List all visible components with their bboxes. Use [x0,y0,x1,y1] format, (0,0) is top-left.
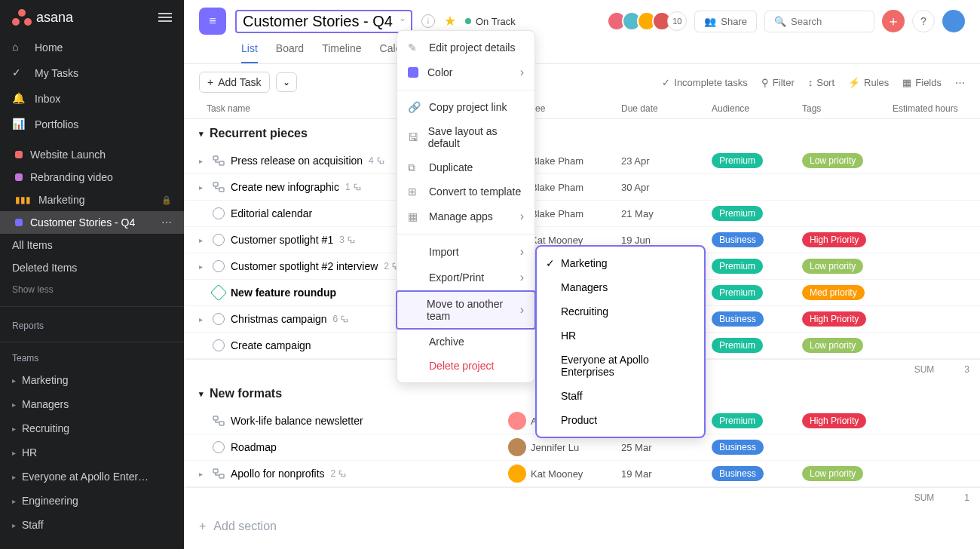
member-avatars[interactable]: 10 [611,11,687,31]
assignee-name: Jennifer Lu [531,442,579,453]
tab-timeline[interactable]: Timeline [322,42,361,63]
submenu-team-item[interactable]: Staff [537,384,704,408]
sidebar-project[interactable]: Customer Stories - Q4⋯ [0,211,184,234]
sidebar-project[interactable]: ▮▮▮Marketing🔒 [0,189,184,211]
audience-pill: Premium [712,413,763,428]
col-tags[interactable]: Tags [795,103,885,114]
task-row[interactable]: ▸Create new infographic1 Blake Pham 30 A… [184,174,980,201]
complete-icon[interactable] [213,260,225,272]
search-box[interactable]: 🔍 [764,11,874,32]
col-due[interactable]: Due date [614,103,704,114]
task-row[interactable]: ▸Roadmap Jennifer Lu 25 Mar Business [184,434,980,461]
tag-pill: Low priority [802,153,863,168]
sidebar-project[interactable]: Rebranding video [0,166,184,189]
sidebar-project[interactable]: Website Launch [0,143,184,166]
complete-icon[interactable] [213,207,225,219]
team-item[interactable]: HR [0,440,184,465]
sort-button[interactable]: ↕ Sort [808,77,835,88]
subtask-icon [213,468,225,480]
info-icon[interactable]: i [421,14,435,28]
search-input[interactable] [791,16,865,27]
nav-mytasks[interactable]: ✓My Tasks [0,60,184,86]
chevron-right-icon[interactable]: ▸ [199,315,207,324]
deleted-items-link[interactable]: Deleted Items [0,256,184,279]
fields-button[interactable]: ▦ Fields [902,77,942,88]
complete-icon[interactable] [213,339,225,351]
tab-list[interactable]: List [241,42,258,63]
more-icon[interactable]: ⋯ [161,216,172,228]
add-task-button[interactable]: +Add Task [199,72,270,93]
menu-manage-apps[interactable]: ▦Manage apps [397,204,534,229]
team-item[interactable]: Engineering [0,489,184,513]
col-audience[interactable]: Audience [704,103,795,114]
app-logo[interactable]: asana [12,9,73,26]
status-pill[interactable]: On Track [465,16,516,27]
share-button[interactable]: 👥Share [694,11,757,32]
more-actions-icon[interactable]: ⋯ [955,77,965,88]
menu-copy-link[interactable]: 🔗Copy project link [397,95,534,119]
section-header[interactable]: Recurrent pieces [184,119,980,148]
nav-home[interactable]: ⌂Home [0,35,184,60]
project-title-dropdown[interactable]: Customer Stories - Q4 [235,10,412,33]
menu-save-layout[interactable]: 🖫Save layout as default [397,119,534,155]
filter-button[interactable]: ⚲ Filter [761,77,795,88]
complete-icon[interactable] [213,313,225,325]
chevron-right-icon[interactable]: ▸ [199,470,207,478]
project-icon[interactable]: ≡ [199,8,226,35]
nav-portfolios[interactable]: 📊Portfolios [0,112,184,137]
task-row[interactable]: ▸Press release on acquisition4 Blake Pha… [184,148,980,174]
show-less-link[interactable]: Show less [0,279,184,300]
incomplete-filter[interactable]: ✓ Incomplete tasks [662,77,748,88]
chevron-right-icon[interactable]: ▸ [199,183,207,192]
all-items-link[interactable]: All Items [0,234,184,256]
submenu-team-item[interactable]: Product [537,408,704,432]
menu-duplicate[interactable]: ⧉Duplicate [397,155,534,179]
submenu-team-item[interactable]: Recruiting [537,299,704,324]
menu-delete[interactable]: Delete project [397,354,534,378]
tag-pill: High Priority [802,311,866,327]
rules-button[interactable]: ⚡ Rules [848,77,889,88]
col-hours[interactable]: Estimated hours [885,103,969,114]
task-row[interactable]: ▸Apollo for nonprofits2 Kat Mooney 19 Ma… [184,461,980,487]
team-item[interactable]: Marketing [0,368,184,392]
task-row[interactable]: ▸Editorial calendar Blake Pham 21 May Pr… [184,201,980,227]
submenu-team-item[interactable]: HR [537,324,704,348]
pencil-icon: ✎ [408,41,420,54]
menu-import[interactable]: Import [397,239,534,265]
complete-icon[interactable] [213,441,225,453]
team-item[interactable]: Recruiting [0,416,184,440]
team-item[interactable]: Everyone at Apollo Enter… [0,465,184,489]
star-icon[interactable]: ★ [444,13,456,29]
submenu-team-item[interactable]: Marketing [537,251,704,275]
people-icon: 👥 [704,16,716,27]
menu-export[interactable]: Export/Print [397,265,534,290]
reports-section[interactable]: Reports [0,313,184,336]
task-name: Customer spotlight #1 [231,234,333,246]
subtask-icon [213,181,225,193]
team-item[interactable]: Staff [0,513,184,537]
nav-inbox[interactable]: 🔔Inbox [0,86,184,112]
chevron-right-icon[interactable]: ▸ [199,236,207,244]
complete-icon[interactable] [213,234,225,246]
user-avatar[interactable] [942,10,965,32]
team-item[interactable]: Managers [0,392,184,416]
svg-rect-7 [219,474,224,478]
menu-edit-details[interactable]: ✎Edit project details [397,35,534,60]
submenu-team-item[interactable]: Everyone at Apollo Enterprises [537,348,704,384]
add-section-button[interactable]: +Add section [184,508,980,545]
menu-color[interactable]: Color [397,60,534,85]
submenu-team-item[interactable]: Managers [537,275,704,299]
task-name: Editorial calendar [231,207,312,219]
chevron-right-icon[interactable]: ▸ [199,262,207,271]
global-add-button[interactable]: ＋ [882,10,905,32]
collapse-sidebar-icon[interactable] [158,13,172,22]
menu-move-team[interactable]: Move to another team [396,290,536,330]
sum-label: SUM [914,364,935,375]
help-button[interactable]: ? [912,10,935,32]
menu-archive[interactable]: Archive [397,330,534,354]
menu-convert-template[interactable]: ⊞Convert to template [397,179,534,204]
chevron-right-icon[interactable]: ▸ [199,157,207,165]
apps-icon: ▦ [408,210,420,222]
tab-board[interactable]: Board [276,42,304,63]
add-task-dropdown[interactable]: ⌄ [276,72,297,92]
